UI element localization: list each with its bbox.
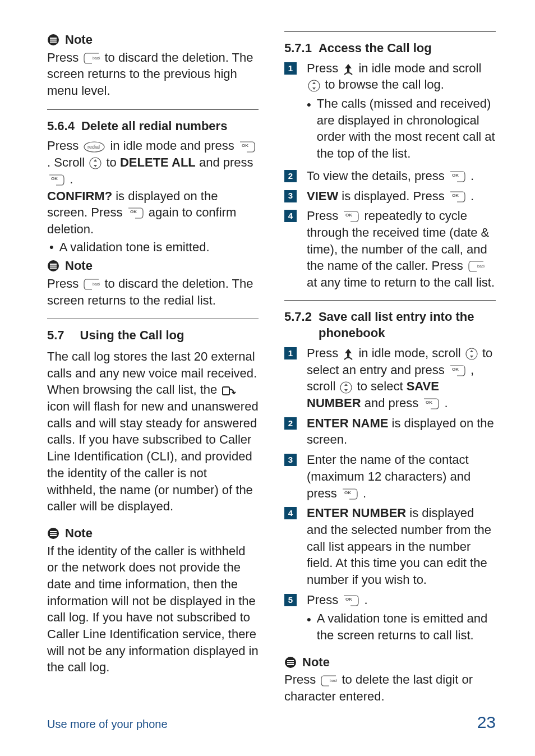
ok-key-icon (239, 141, 256, 153)
step-number: 5 (284, 594, 297, 606)
note-label: Note (65, 31, 93, 48)
sub-bullet: • A validation tone is emitted and the s… (307, 610, 496, 643)
scroll-key-icon (89, 157, 102, 169)
ok-key-icon (343, 210, 359, 223)
note-body: If the identity of the caller is withhel… (47, 543, 259, 676)
note-label: Note (65, 525, 93, 542)
body-text: Press in idle mode and press . Scroll to… (47, 137, 259, 187)
ok-key-icon (449, 365, 466, 377)
divider (47, 109, 259, 110)
note-label: Note (302, 654, 330, 671)
step-number: 3 (284, 190, 297, 202)
ok-key-icon (48, 174, 65, 186)
steps-5-7-2: 1 Press in idle mode, scroll to select a… (284, 345, 496, 646)
step-item: 3 VIEW is displayed. Press . (284, 188, 496, 205)
bullet-dot: • (307, 611, 311, 643)
step-item: 1 Press in idle mode, scroll to select a… (284, 345, 496, 412)
step-item: 1 Press in idle mode and scroll to brows… (284, 60, 496, 164)
step-item: 4 Press repeatedly to cycle through the … (284, 208, 496, 291)
note-icon (47, 527, 59, 540)
call-log-up-icon (343, 348, 354, 360)
note-icon (284, 656, 297, 669)
page-footer: Use more of your phone 23 (47, 711, 496, 734)
divider (284, 300, 496, 301)
right-column: 5.7.1 Access the Call log 1 Press in idl… (284, 31, 496, 705)
ok-key-icon (343, 594, 359, 607)
enter-number-label: ENTER NUMBER (307, 506, 406, 520)
step-number: 2 (284, 417, 297, 430)
bullet-item: • A validation tone is emitted. (49, 239, 259, 256)
divider (47, 319, 259, 319)
steps-5-7-1: 1 Press in idle mode and scroll to brows… (284, 60, 496, 291)
note-heading: Note (47, 257, 259, 274)
note-body: Press to discard the deletion. The scree… (47, 275, 259, 308)
ok-key-icon (342, 488, 358, 500)
note-heading: Note (47, 525, 259, 542)
confirm-label: CONFIRM? (47, 189, 112, 203)
step-number: 1 (284, 62, 297, 75)
ok-key-icon (449, 191, 466, 203)
step-number: 4 (284, 210, 297, 222)
step-item: 5 Press . • A validation tone is emitted… (284, 592, 496, 646)
view-label: VIEW (307, 189, 338, 203)
note-icon (47, 34, 59, 46)
step-number: 3 (284, 454, 297, 466)
back-key-icon (320, 675, 337, 687)
note-heading: Note (47, 31, 259, 48)
body-text: The call log stores the last 20 external… (47, 348, 259, 515)
heading-5-7: 5.7 Using the Call log (47, 327, 259, 344)
bullet-dot: • (49, 239, 54, 256)
redial-key-icon (83, 141, 105, 153)
note-heading: Note (284, 654, 496, 671)
ok-key-icon (449, 170, 466, 183)
footer-section-title: Use more of your phone (47, 717, 168, 732)
note-body: Press to delete the last digit or charac… (284, 671, 496, 704)
step-item: 3 Enter the name of the contact (maximum… (284, 451, 496, 501)
body-text: CONFIRM? is displayed on the screen. Pre… (47, 188, 259, 238)
step-number: 2 (284, 170, 297, 182)
heading-5-7-1: 5.7.1 Access the Call log (284, 40, 496, 57)
call-log-up-icon (343, 63, 354, 75)
note-icon (47, 260, 59, 272)
step-item: 2 To view the details, press . (284, 168, 496, 185)
step-number: 4 (284, 507, 297, 519)
bullet-dot: • (307, 96, 311, 162)
left-column: Note Press to discard the deletion. The … (47, 31, 259, 705)
page-number: 23 (477, 711, 496, 734)
note-body: Press to discard the deletion. The scree… (47, 49, 259, 99)
note-label: Note (65, 257, 93, 274)
scroll-key-icon (308, 80, 320, 92)
sub-bullet: • The calls (missed and received) are di… (307, 95, 496, 162)
divider (284, 31, 496, 32)
ok-key-icon (423, 398, 440, 410)
back-key-icon (83, 52, 100, 64)
ok-key-icon (127, 207, 144, 219)
enter-name-label: ENTER NAME (307, 416, 388, 430)
heading-5-7-2: 5.7.2 Save call list entry into the phon… (284, 308, 496, 342)
call-log-icon (222, 385, 236, 397)
scroll-key-icon (340, 381, 352, 394)
back-key-icon (83, 278, 100, 291)
step-item: 4 ENTER NUMBER is displayed and the sele… (284, 505, 496, 588)
heading-5-6-4: 5.6.4 Delete all redial numbers (47, 118, 259, 135)
scroll-key-icon (465, 348, 478, 360)
step-item: 2 ENTER NAME is displayed on the screen. (284, 415, 496, 448)
back-key-icon (468, 260, 485, 273)
delete-all-label: DELETE ALL (120, 155, 196, 169)
step-number: 1 (284, 347, 297, 359)
